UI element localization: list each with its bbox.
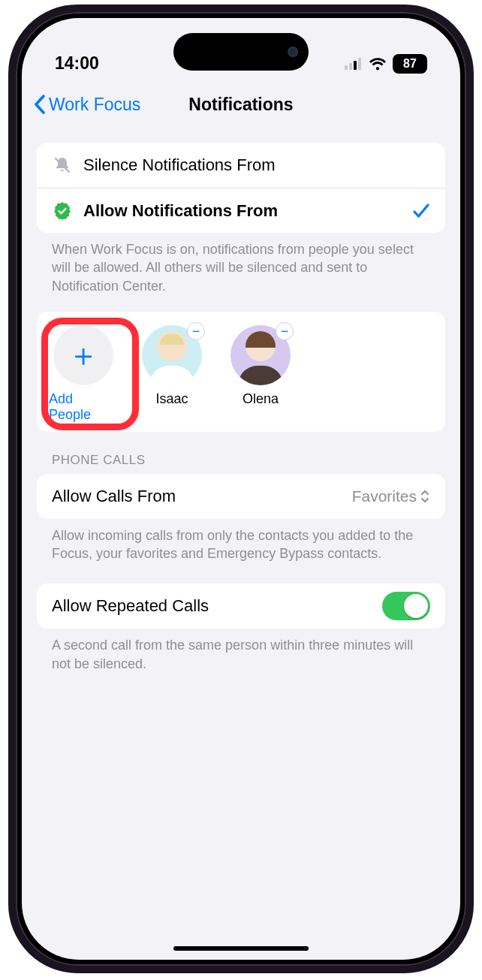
minus-icon: − xyxy=(281,324,289,338)
repeated-calls-group: Allow Repeated Calls xyxy=(37,583,445,629)
phone-calls-header: PHONE CALLS xyxy=(37,432,445,474)
silence-label: Silence Notifications From xyxy=(83,155,430,175)
minus-icon: − xyxy=(192,324,200,338)
person-name: Isaac xyxy=(155,391,188,407)
allow-repeated-calls-row: Allow Repeated Calls xyxy=(37,583,445,629)
allow-repeated-calls-toggle[interactable] xyxy=(382,592,430,620)
cellular-icon xyxy=(345,58,363,70)
modes-footer-text: When Work Focus is on, notifications fro… xyxy=(37,233,445,295)
side-button xyxy=(472,260,474,365)
allow-calls-footer-text: Allow incoming calls from only the conta… xyxy=(37,519,445,563)
add-people-label: Add People xyxy=(49,391,118,423)
svg-rect-1 xyxy=(349,63,352,70)
up-down-chevron-icon xyxy=(420,489,430,504)
add-people-button[interactable]: ＋ Add People xyxy=(49,325,118,423)
back-label: Work Focus xyxy=(49,95,140,115)
seal-check-icon xyxy=(52,201,73,221)
status-time: 14:00 xyxy=(55,53,99,74)
silence-notifications-row[interactable]: Silence Notifications From xyxy=(37,143,445,188)
side-button xyxy=(8,237,10,305)
dynamic-island xyxy=(173,33,309,71)
side-button xyxy=(8,320,10,387)
battery-icon: 87 xyxy=(393,54,427,74)
navigation-bar: Work Focus Notifications xyxy=(22,83,460,126)
side-button xyxy=(8,177,10,210)
person-isaac[interactable]: − Isaac xyxy=(137,325,206,423)
person-olena[interactable]: − Olena xyxy=(226,325,295,423)
bell-slash-icon xyxy=(52,155,73,175)
home-indicator[interactable] xyxy=(173,946,309,951)
toggle-knob xyxy=(404,594,428,618)
front-camera-icon xyxy=(288,47,298,57)
phone-frame: 14:00 87 xyxy=(8,5,474,973)
checkmark-icon xyxy=(412,203,430,219)
remove-person-button[interactable]: − xyxy=(187,322,205,340)
allow-notifications-row[interactable]: Allow Notifications From xyxy=(37,188,445,233)
allow-repeated-calls-label: Allow Repeated Calls xyxy=(52,596,372,616)
allow-label: Allow Notifications From xyxy=(83,201,402,221)
allow-calls-from-row[interactable]: Allow Calls From Favorites xyxy=(37,474,445,519)
svg-rect-3 xyxy=(358,58,361,70)
svg-rect-0 xyxy=(345,65,348,70)
back-button[interactable]: Work Focus xyxy=(34,95,140,115)
people-card: ＋ Add People − xyxy=(37,312,445,432)
allow-calls-from-label: Allow Calls From xyxy=(52,487,342,506)
chevron-left-icon xyxy=(34,95,46,114)
person-name: Olena xyxy=(243,391,279,407)
repeated-calls-footer-text: A second call from the same person withi… xyxy=(37,629,445,673)
plus-circle-icon: ＋ xyxy=(53,325,113,385)
allow-calls-from-value: Favorites xyxy=(352,487,417,505)
notifications-mode-group: Silence Notifications From Allow Notific… xyxy=(37,143,445,233)
remove-person-button[interactable]: − xyxy=(276,322,294,340)
svg-rect-2 xyxy=(354,61,357,70)
allow-calls-group: Allow Calls From Favorites xyxy=(37,474,445,519)
wifi-icon xyxy=(369,57,387,71)
